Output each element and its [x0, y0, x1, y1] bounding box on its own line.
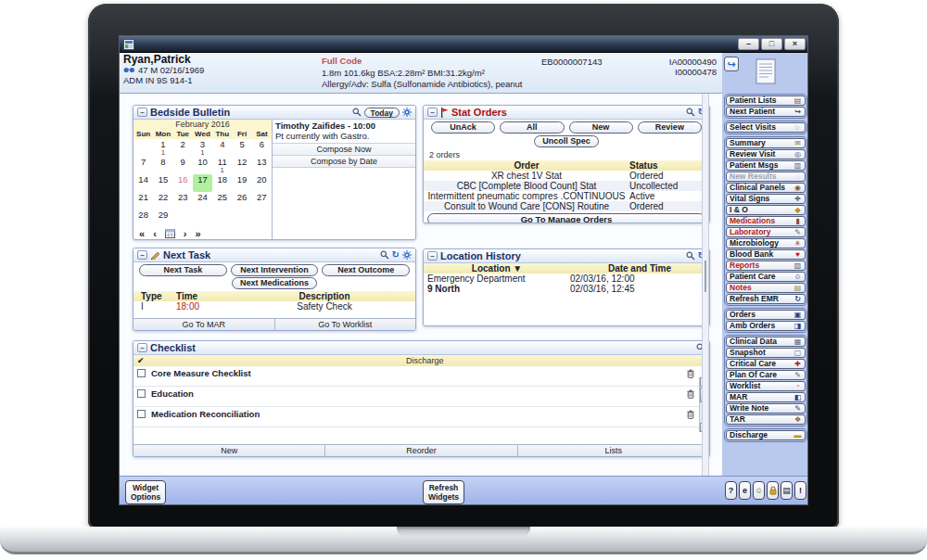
widget-options-button[interactable]: Widget Options	[125, 480, 166, 504]
sidebar-item[interactable]: Refresh EMR ↻	[726, 294, 806, 304]
calendar-day[interactable]: 4	[212, 139, 232, 157]
go-to-manage-orders-button[interactable]: Go To Manage Orders	[427, 213, 705, 223]
sidebar-item[interactable]: Patient Care ☺	[726, 272, 806, 282]
trash-icon[interactable]	[687, 389, 694, 399]
calendar-day[interactable]: 11 1	[212, 157, 232, 174]
status-column-header[interactable]: Status	[629, 160, 709, 171]
sidebar-item[interactable]: Plan Of Care ✎	[726, 370, 806, 380]
sidebar-item[interactable]: Blood Bank ♥	[726, 249, 806, 260]
calendar-day[interactable]: 5	[232, 139, 251, 157]
refresh-icon[interactable]: ↻	[392, 250, 400, 260]
compose-by-date-button[interactable]: Compose by Date	[273, 156, 415, 168]
calendar-day[interactable]: 9	[173, 157, 193, 174]
compose-now-button[interactable]: Compose Now	[273, 144, 415, 156]
task-row[interactable]: I 18:00 Safety Check	[133, 301, 415, 312]
next-task-button[interactable]: Next Intervention	[231, 264, 319, 276]
sidebar-item[interactable]: Reports ▧	[726, 261, 806, 271]
sidebar-item[interactable]: TAR ❖	[726, 414, 806, 425]
zoom-icon[interactable]	[352, 108, 362, 117]
calendar-day[interactable]: 23	[173, 192, 193, 210]
calendar-day[interactable]: 2	[173, 139, 193, 157]
calendar-day[interactable]: 12	[232, 157, 251, 174]
minimize-widget-button[interactable]: –	[427, 108, 438, 117]
calendar-day[interactable]: 26	[232, 192, 251, 210]
calendar-day[interactable]: 10	[193, 157, 212, 174]
sidebar-item[interactable]: Worklist ◔	[726, 381, 806, 391]
calendar-day[interactable]	[212, 210, 232, 227]
sidebar-item[interactable]: Select Visits ☞	[726, 122, 806, 133]
zoom-icon[interactable]	[686, 108, 695, 117]
calendar-day[interactable]: 24	[193, 192, 212, 210]
minimize-widget-button[interactable]: –	[137, 250, 147, 260]
calendar-day[interactable]	[193, 210, 212, 227]
calendar-day[interactable]: 16	[173, 174, 193, 192]
next-task-button[interactable]: Next Outcome	[322, 264, 410, 276]
sidebar-item[interactable]: Clinical Data ▦	[726, 337, 806, 347]
minimize-widget-button[interactable]: –	[427, 251, 438, 261]
sidebar-item[interactable]: Medications ▮	[726, 216, 806, 226]
calendar-day[interactable]	[232, 210, 251, 227]
minimize-widget-button[interactable]: –	[137, 108, 147, 117]
sidebar-item[interactable]: MAR ◧	[726, 392, 806, 402]
order-row[interactable]: CBC [Complete Blood Count] Stat Uncollec…	[424, 181, 709, 191]
stat-filter-button[interactable]: UnAck	[431, 121, 495, 134]
sidebar-item[interactable]: Patient Lists ▤	[726, 95, 806, 106]
sidebar-item[interactable]: Laboratory ✎	[726, 227, 806, 237]
list-icon[interactable]: ▤	[781, 481, 793, 500]
calendar-day[interactable]: 6	[252, 139, 272, 157]
zoom-icon[interactable]	[380, 250, 389, 260]
checklist-footer-button[interactable]: Reorder	[324, 445, 516, 456]
next-task-button[interactable]: Next Task	[139, 264, 227, 276]
calendar-last-button[interactable]: »	[195, 228, 200, 239]
calendar-day[interactable]: 1 1	[153, 139, 172, 157]
alert-icon[interactable]: !	[794, 481, 806, 500]
gear-icon[interactable]	[402, 108, 412, 117]
task-footer-button[interactable]: Go To Worklist	[274, 319, 416, 330]
description-column-header[interactable]: Description	[234, 291, 415, 301]
sidebar-item[interactable]: Amb Orders ◨	[726, 321, 806, 331]
calendar-day[interactable]: 21	[133, 192, 153, 210]
maximize-button[interactable]: □	[761, 38, 782, 50]
refresh-widgets-button[interactable]: Refresh Widgets	[423, 480, 464, 504]
item-checkbox[interactable]	[137, 410, 146, 418]
next-medications-button[interactable]: Next Medications	[232, 277, 317, 289]
calendar-day[interactable]: 7	[133, 157, 153, 174]
close-button[interactable]: ×	[784, 38, 806, 50]
stat-filter-button[interactable]: Review	[638, 121, 702, 134]
calendar-day[interactable]: 27	[252, 192, 272, 210]
calendar-day[interactable]: 19	[232, 174, 251, 192]
calendar-day[interactable]: 8	[153, 157, 172, 174]
uncoll-spec-button[interactable]: Uncoll Spec	[534, 135, 599, 147]
order-row[interactable]: Consult to Wound Care [CONS] Routine Ord…	[424, 201, 709, 211]
document-icon[interactable]	[756, 58, 776, 84]
sidebar-item[interactable]: Microbiology ✳	[726, 238, 806, 248]
stat-filter-button[interactable]: All	[500, 121, 564, 134]
sidebar-item[interactable]: Snapshot ▢	[726, 348, 806, 358]
trash-icon[interactable]	[687, 369, 694, 378]
sidebar-item[interactable]: Write Note ✎	[726, 403, 806, 414]
sidebar-item[interactable]: Discharge ▬	[726, 430, 806, 440]
calendar-day[interactable]: 20	[252, 174, 272, 192]
order-column-header[interactable]: Order	[424, 160, 629, 171]
time-column-header[interactable]: Time	[176, 291, 234, 301]
calendar-picker-icon[interactable]	[165, 229, 175, 238]
user-icon[interactable]: ☺	[753, 481, 765, 500]
calendar-day[interactable]: 22	[153, 192, 172, 210]
sidebar-item[interactable]: Notes ▤	[726, 283, 806, 293]
today-button[interactable]: Today	[364, 108, 400, 118]
datetime-column-header[interactable]: Date and Time	[570, 263, 709, 274]
sidebar-item[interactable]: Next Patient ↪	[726, 107, 806, 117]
calendar-day[interactable]	[252, 210, 272, 227]
checklist-item[interactable]: Core Measure Checklist	[133, 366, 709, 387]
item-checkbox[interactable]	[137, 369, 146, 377]
calendar-day[interactable]: 17	[193, 174, 212, 192]
calendar-day[interactable]: 14	[133, 174, 153, 192]
calendar-day[interactable]: 18	[212, 174, 232, 192]
checklist-item[interactable]: Medication Reconciliation	[133, 407, 709, 427]
sidebar-item[interactable]: Patient Msgs ▥	[726, 160, 806, 171]
forward-button[interactable]: ↪	[724, 57, 739, 71]
sidebar-item[interactable]: Review Visit ◎	[726, 149, 806, 159]
checklist-group-label[interactable]: Discharge	[145, 356, 705, 365]
sidebar-item[interactable]: I & O ◆	[726, 205, 806, 215]
calendar-day[interactable]	[173, 210, 193, 227]
